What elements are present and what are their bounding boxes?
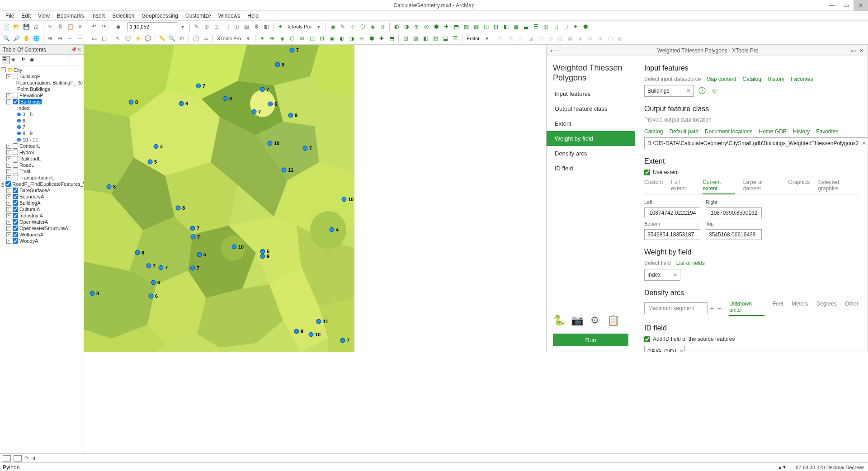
map-point[interactable] [330, 227, 334, 232]
layout-view-tab[interactable] [14, 455, 22, 462]
map-point[interactable] [232, 245, 236, 249]
list-by-visibility-icon[interactable]: 👁 [20, 56, 28, 64]
menu-view[interactable]: View [34, 12, 53, 20]
clear-icon[interactable]: ✕ [670, 272, 677, 278]
xt-btn-17[interactable]: ⊡ [491, 22, 500, 31]
xt2-btn-4[interactable]: ⬡ [288, 34, 297, 43]
fixed-zoom-in-icon[interactable]: ⊕ [46, 34, 55, 43]
extent-right-value[interactable]: -10870390.8590162 [706, 207, 762, 218]
xtools-label[interactable]: XTools Pro [286, 24, 313, 29]
xt-btn-12[interactable]: ✚ [442, 22, 451, 31]
tree-item[interactable]: + TransportationL [0, 174, 84, 181]
run-button[interactable]: Run [553, 334, 628, 346]
tree-item[interactable]: + CulturalA [0, 206, 84, 212]
tree-item[interactable]: + ContourL [0, 143, 84, 149]
xy-icon[interactable]: ⊙ [177, 34, 186, 43]
xt2-btn-12[interactable]: ⬢ [367, 34, 376, 43]
xt-btn-11[interactable]: ⬢ [432, 22, 441, 31]
map-point[interactable] [288, 113, 293, 118]
identify-icon[interactable]: ⓘ [123, 34, 132, 43]
link-default-path[interactable]: Default path [669, 128, 698, 135]
menu-insert[interactable]: Insert [88, 12, 108, 20]
xt2-btn-13[interactable]: ✚ [377, 34, 386, 43]
tool-icon-7[interactable]: ⚙ [252, 22, 261, 31]
hyperlink-icon[interactable]: ⚡ [133, 34, 142, 43]
map-point[interactable] [129, 100, 133, 104]
forward-icon[interactable]: → [75, 34, 85, 43]
xt2-btn-7[interactable]: ⊡ [317, 34, 326, 43]
link-history[interactable]: History [793, 128, 810, 135]
clear-selection-icon[interactable]: ▢ [99, 34, 108, 43]
pointer-icon[interactable]: ↖ [113, 34, 123, 43]
extent-tab-full-extent[interactable]: Full extent [671, 179, 694, 194]
tree-item[interactable]: + BuildingA [0, 200, 84, 206]
menu-selection[interactable]: Selection [108, 12, 138, 20]
python-icon[interactable]: 🐍 [553, 315, 565, 326]
xt-btn-19[interactable]: ▦ [511, 22, 520, 31]
xt2-btn-19[interactable]: ⬓ [441, 34, 450, 43]
tree-item[interactable]: − Buildings [0, 99, 84, 105]
map-canvas[interactable]: 7978768679104751181084771065987776861191… [84, 45, 354, 352]
map-point[interactable] [148, 160, 152, 164]
map-point[interactable] [260, 249, 265, 254]
tree-item[interactable]: + BareSurfaceA [0, 187, 84, 193]
xt-btn-8[interactable]: ◑ [402, 22, 411, 31]
xt-btn-10[interactable]: ◎ [422, 22, 431, 31]
undo-icon[interactable]: ↶ [90, 22, 99, 31]
map-point[interactable] [260, 87, 264, 92]
link-document-locations[interactable]: Document locations [705, 128, 752, 135]
dropdown-icon[interactable]: ▾ [314, 22, 323, 31]
map-point[interactable] [309, 332, 313, 337]
tree-item[interactable]: 8 - 9 [0, 130, 84, 137]
copy-icon[interactable]: ⎘ [56, 22, 65, 31]
xt-btn-26[interactable]: ⬢ [581, 22, 590, 31]
xt-btn-18[interactable]: ◧ [501, 22, 510, 31]
extent-tab-current-extent[interactable]: Current extent [703, 179, 735, 194]
tree-item[interactable]: + RoadL [0, 162, 84, 168]
time-slider-icon[interactable]: 🕐 [191, 34, 200, 43]
xt-btn-16[interactable]: ◫ [481, 22, 491, 31]
tree-item[interactable]: + TrailL [0, 168, 84, 174]
xt-btn-20[interactable]: ⬓ [521, 22, 530, 31]
map-point[interactable] [154, 144, 158, 149]
menu-edit[interactable]: Edit [18, 12, 34, 20]
tool-icon-8[interactable]: ◧ [262, 22, 271, 31]
tree-item[interactable]: 10 - 11 [0, 137, 84, 143]
map-point[interactable] [294, 329, 299, 334]
xt-btn-7[interactable]: ◐ [392, 22, 401, 31]
xt2-btn-11[interactable]: ⊹ [357, 34, 366, 43]
xt-btn-13[interactable]: ⬒ [452, 22, 461, 31]
link-favorites[interactable]: Favorites [791, 76, 813, 82]
tree-item[interactable]: 7 [0, 124, 84, 130]
refresh-icon[interactable]: ⟳ [24, 455, 28, 461]
menu-customize[interactable]: Customize [182, 12, 215, 20]
extent-left-value[interactable]: -10874742.0222194 [644, 207, 700, 218]
use-extent-checkbox[interactable] [644, 170, 650, 175]
xt-btn-6[interactable]: ⧉ [378, 22, 387, 31]
tool-icon-2[interactable]: ⊞ [202, 22, 211, 31]
clear-icon[interactable]: ✕ [859, 140, 866, 146]
xt2-btn-6[interactable]: ◫ [307, 34, 316, 43]
xtools-nav-output-feature-class[interactable]: Output feature class [547, 101, 635, 116]
xt2-btn-2[interactable]: ⊕ [268, 34, 277, 43]
add-id-field-checkbox[interactable] [644, 336, 650, 342]
add-data-icon[interactable]: ◆ [113, 22, 123, 31]
measure-icon[interactable]: 📏 [157, 34, 166, 43]
python-bar[interactable]: Python ▲▼ -97.68 30.323 Decimal Degrees [0, 462, 868, 471]
xtools-nav-extent[interactable]: Extent [547, 116, 635, 131]
xt-btn-25[interactable]: ✦ [571, 22, 580, 31]
xt-btn-4[interactable]: ⬡ [358, 22, 367, 31]
pan-icon[interactable]: ✋ [22, 34, 31, 43]
map-point[interactable] [303, 146, 307, 151]
viewer-icon[interactable]: ▭ [201, 34, 210, 43]
star-icon[interactable]: ☆ [710, 86, 719, 95]
toc-tree[interactable]: −📁 City− BuildingPRepresentation: Buildi… [0, 66, 84, 453]
xt-btn-5[interactable]: ◈ [368, 22, 377, 31]
xt-btn-23[interactable]: ◫ [551, 22, 560, 31]
list-by-drawing-icon[interactable]: ☰ [2, 56, 10, 64]
tree-item[interactable]: + HydroL [0, 149, 84, 155]
xt2-btn-1[interactable]: ✦ [258, 34, 267, 43]
gear-icon[interactable]: ⚙ [589, 315, 601, 326]
increment-icon[interactable]: + [709, 305, 715, 312]
pin-icon[interactable]: 📌 [71, 47, 76, 52]
